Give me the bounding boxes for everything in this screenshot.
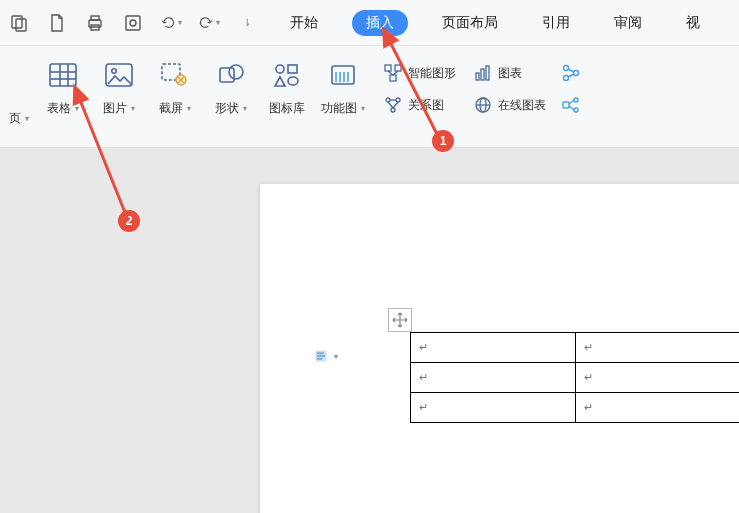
svg-line-52 <box>569 100 574 104</box>
svg-point-45 <box>574 71 579 76</box>
relation-icon <box>384 96 402 114</box>
onlinechart-button[interactable]: 在线图表 <box>470 94 550 116</box>
chart-button[interactable]: 图表 <box>470 62 550 84</box>
svg-line-53 <box>569 106 574 110</box>
svg-rect-40 <box>486 66 489 80</box>
screenshot-icon <box>158 58 192 92</box>
svg-rect-27 <box>385 65 391 71</box>
tab-review[interactable]: 审阅 <box>604 10 652 36</box>
side-tab-label: 页 <box>9 110 21 127</box>
svg-point-13 <box>112 69 116 73</box>
svg-rect-39 <box>481 69 484 80</box>
svg-point-17 <box>229 65 243 79</box>
svg-rect-49 <box>563 102 569 108</box>
svg-line-48 <box>568 74 574 77</box>
chart-icon <box>474 64 492 82</box>
tab-start[interactable]: 开始 <box>280 10 328 36</box>
funcimg-label: 功能图 <box>321 100 357 117</box>
svg-point-44 <box>564 66 569 71</box>
svg-point-50 <box>574 98 578 102</box>
svg-rect-57 <box>317 358 323 359</box>
svg-rect-0 <box>12 16 22 28</box>
svg-rect-16 <box>220 68 234 82</box>
table-cell[interactable]: ↵ <box>411 333 576 363</box>
tab-layout[interactable]: 页面布局 <box>432 10 508 36</box>
mindmap-icon <box>562 96 580 114</box>
screenshot-label: 截屏 <box>159 100 183 117</box>
funcimg-button[interactable]: 功能图▾ <box>316 58 370 117</box>
document-canvas: ▾ ↵ ↵ ↵ ↵ ↵ ↵ <box>0 148 739 513</box>
table-move-handle[interactable] <box>388 308 412 332</box>
tab-reference[interactable]: 引用 <box>532 10 580 36</box>
table-cell[interactable]: ↵ <box>576 363 740 393</box>
overflow-icon[interactable]: ⇂ <box>236 12 258 34</box>
svg-rect-56 <box>317 355 325 356</box>
picture-button[interactable]: 图片▾ <box>92 58 146 117</box>
toolbar-area: ▾ ▾ ⇂ 开始 插入 页面布局 引用 审阅 视 页▾ 表格▾ 图片▾ <box>0 0 739 148</box>
svg-rect-5 <box>126 16 140 30</box>
svg-rect-7 <box>50 64 76 86</box>
tab-view[interactable]: 视 <box>676 10 710 36</box>
shape-label: 形状 <box>215 100 239 117</box>
chart-label: 图表 <box>498 65 522 82</box>
svg-point-34 <box>391 108 395 112</box>
preview-icon[interactable] <box>122 12 144 34</box>
svg-rect-3 <box>91 16 99 20</box>
svg-point-51 <box>574 108 578 112</box>
svg-rect-55 <box>317 353 324 354</box>
smartart-label: 智能图形 <box>408 65 456 82</box>
mindmap-button[interactable] <box>558 94 584 116</box>
shape-icon <box>214 58 248 92</box>
tab-insert[interactable]: 插入 <box>352 10 408 36</box>
relation-label: 关系图 <box>408 97 444 114</box>
table-label: 表格 <box>47 100 71 117</box>
svg-line-36 <box>393 102 398 108</box>
picture-label: 图片 <box>103 100 127 117</box>
svg-point-46 <box>564 76 569 81</box>
onlinechart-label: 在线图表 <box>498 97 546 114</box>
table-cell[interactable]: ↵ <box>411 393 576 423</box>
svg-point-18 <box>276 65 284 73</box>
relation-button[interactable]: 关系图 <box>380 94 460 116</box>
svg-rect-19 <box>288 65 297 73</box>
document-icon[interactable] <box>46 12 68 34</box>
table-row[interactable]: ↵ ↵ <box>411 333 740 363</box>
table-cell[interactable]: ↵ <box>576 393 740 423</box>
annotation-badge-1: 1 <box>432 130 454 152</box>
main-menu-tabs: 开始 插入 页面布局 引用 审阅 视 <box>280 10 710 36</box>
table-row[interactable]: ↵ ↵ <box>411 363 740 393</box>
table-cell[interactable]: ↵ <box>576 333 740 363</box>
svg-marker-20 <box>275 77 285 86</box>
smartart-button[interactable]: 智能图形 <box>380 62 460 84</box>
iconlib-button[interactable]: 图标库 <box>260 58 314 117</box>
svg-rect-38 <box>476 73 479 80</box>
svg-rect-28 <box>395 65 401 71</box>
flowchart-icon <box>562 64 580 82</box>
copy-icon[interactable] <box>8 12 30 34</box>
funcimg-icon <box>326 58 360 92</box>
screenshot-button[interactable]: 截屏▾ <box>148 58 202 117</box>
svg-point-33 <box>396 98 400 102</box>
svg-rect-1 <box>16 19 26 31</box>
onlinechart-icon <box>474 96 492 114</box>
picture-icon <box>102 58 136 92</box>
document-page[interactable]: ▾ ↵ ↵ ↵ ↵ ↵ ↵ <box>260 184 739 513</box>
svg-rect-29 <box>390 75 396 81</box>
svg-line-35 <box>388 102 393 108</box>
undo-icon[interactable]: ▾ <box>160 12 182 34</box>
table-row[interactable]: ↵ ↵ <box>411 393 740 423</box>
flowchart-button[interactable] <box>558 62 584 84</box>
svg-point-32 <box>386 98 390 102</box>
table-cell[interactable]: ↵ <box>411 363 576 393</box>
ribbon-insert: 页▾ 表格▾ 图片▾ 截屏▾ 形状▾ <box>0 46 739 127</box>
shape-button[interactable]: 形状▾ <box>204 58 258 117</box>
smartart-icon <box>384 64 402 82</box>
iconlib-icon <box>270 58 304 92</box>
table-button[interactable]: 表格▾ <box>36 58 90 117</box>
side-tab[interactable]: 页▾ <box>4 58 34 127</box>
inserted-table[interactable]: ↵ ↵ ↵ ↵ ↵ ↵ <box>410 332 739 423</box>
redo-icon[interactable]: ▾ <box>198 12 220 34</box>
iconlib-label: 图标库 <box>269 100 305 117</box>
print-icon[interactable] <box>84 12 106 34</box>
paragraph-control-icon[interactable]: ▾ <box>314 344 338 368</box>
